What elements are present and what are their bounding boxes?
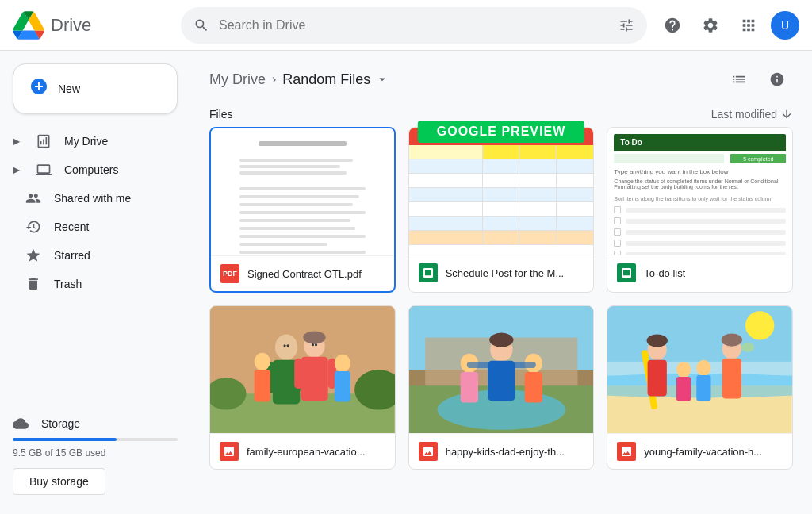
file-card-schedule[interactable]: Schedule Post for the M... [408, 127, 595, 293]
breadcrumb-separator: › [272, 72, 276, 86]
storage-used-text: 9.5 GB of 15 GB used [13, 447, 178, 458]
file-preview-todo: To Do 5 completed Type anything you want… [607, 128, 792, 255]
breadcrumb-parent[interactable]: My Drive [209, 71, 266, 88]
file-card-family[interactable]: family-european-vacatio... [209, 305, 396, 470]
file-card-signed-contract[interactable]: PDF Signed Contract OTL.pdf [209, 127, 396, 293]
breadcrumb-bar: My Drive › Random Files [190, 51, 812, 102]
family-photo-preview [210, 306, 395, 433]
sidebar-item-trash[interactable]: Trash [0, 270, 178, 298]
svg-point-20 [312, 343, 314, 346]
svg-rect-10 [301, 357, 327, 401]
apps-icon [740, 17, 757, 34]
computer-icon [36, 162, 52, 178]
help-icon [664, 17, 681, 34]
search-bar[interactable] [181, 7, 647, 44]
new-button[interactable]: New [13, 63, 178, 114]
storage-label: Storage [41, 417, 80, 430]
sidebar-label-shared: Shared with me [54, 192, 131, 205]
logo-area: Drive [13, 10, 171, 41]
content-area: My Drive › Random Files [190, 51, 812, 514]
file-preview-beach [607, 306, 792, 433]
spreadsheet-preview [409, 128, 594, 255]
svg-rect-17 [335, 371, 350, 401]
plus-icon [29, 77, 48, 101]
avatar[interactable]: U [771, 11, 799, 40]
breadcrumb: My Drive › Random Files [209, 71, 389, 88]
file-card-kids[interactable]: happy-kids-dad-enjoy-th... [408, 305, 595, 470]
preview-banner: GOOGLE PREVIEW [418, 121, 584, 143]
sidebar-item-recent[interactable]: Recent [0, 213, 178, 241]
breadcrumb-current[interactable]: Random Files [282, 71, 389, 88]
svg-point-13 [303, 331, 325, 343]
file-footer-kids: happy-kids-dad-enjoy-th... [409, 433, 594, 469]
people-icon [25, 190, 41, 206]
search-input[interactable] [219, 18, 609, 33]
search-icon [193, 17, 209, 33]
file-card-todo[interactable]: To Do 5 completed Type anything you want… [607, 127, 793, 293]
apps-button[interactable] [733, 10, 764, 41]
svg-point-52 [741, 343, 754, 352]
list-view-button[interactable] [723, 63, 755, 95]
files-section: Files Last modified GOOGLE PREVIEW [190, 102, 812, 514]
svg-point-44 [647, 334, 668, 347]
file-card-beach[interactable]: young-family-vacation-h... [607, 305, 793, 470]
image-type-icon-2 [419, 442, 438, 461]
image-type-icon-3 [617, 442, 636, 461]
kids-photo-preview [409, 306, 594, 433]
svg-rect-35 [502, 362, 535, 368]
svg-point-5 [275, 334, 297, 359]
sidebar-label-starred: Starred [54, 249, 90, 262]
file-footer-family: family-european-vacatio... [210, 433, 395, 469]
new-label: New [58, 82, 80, 95]
sidebar-label-my-drive: My Drive [64, 135, 108, 148]
svg-point-45 [676, 362, 691, 378]
image-icon-3 [620, 445, 633, 458]
gear-icon [702, 17, 719, 34]
image-type-icon-1 [220, 442, 239, 461]
sidebar-item-computers[interactable]: ▶ Computers [0, 155, 178, 184]
svg-point-51 [722, 333, 742, 346]
help-button[interactable] [657, 10, 688, 41]
sheets-type-icon-2 [617, 263, 636, 282]
sliders-icon[interactable] [619, 17, 634, 33]
svg-point-21 [315, 343, 317, 346]
file-footer-schedule: Schedule Post for the M... [409, 255, 594, 290]
cloud-icon [13, 416, 29, 432]
svg-point-29 [489, 332, 513, 347]
svg-rect-48 [697, 375, 711, 401]
sidebar-item-shared-with-me[interactable]: Shared with me [0, 184, 178, 213]
storage-area: Storage 9.5 GB of 15 GB used Buy storage [0, 403, 190, 508]
sidebar-item-my-drive[interactable]: ▶ My Drive [0, 127, 178, 155]
svg-point-19 [287, 344, 289, 347]
file-preview-sheet [409, 128, 594, 255]
section-label: Files [209, 108, 233, 121]
sort-label: Last modified [711, 108, 777, 121]
sidebar-item-starred[interactable]: Starred [0, 241, 178, 270]
image-icon-1 [223, 445, 236, 458]
file-preview-kids [409, 306, 594, 433]
storage-bar-fill [13, 438, 117, 441]
file-name-todo: To-do list [644, 267, 685, 279]
clock-icon [25, 219, 41, 235]
file-preview-pdf [211, 128, 394, 255]
storage-bar [13, 438, 178, 441]
pdf-type-icon: PDF [220, 264, 239, 283]
svg-rect-46 [676, 377, 691, 401]
svg-rect-15 [255, 370, 270, 401]
buy-storage-button[interactable]: Buy storage [13, 468, 105, 495]
header: Drive U [0, 0, 812, 51]
sheets-type-icon-1 [419, 263, 438, 282]
header-icons: U [657, 10, 799, 41]
sort-button[interactable]: Last modified [711, 108, 793, 121]
file-name-family: family-european-vacatio... [247, 446, 366, 458]
file-grid: PDF Signed Contract OTL.pdf [209, 127, 793, 482]
trash-icon [25, 276, 41, 292]
file-name-pdf: Signed Contract OTL.pdf [247, 268, 362, 280]
image-icon-2 [422, 445, 435, 458]
app-name: Drive [51, 15, 91, 36]
file-preview-family [210, 306, 395, 433]
info-icon [769, 71, 785, 87]
settings-button[interactable] [695, 10, 726, 41]
svg-rect-50 [722, 359, 741, 399]
info-button[interactable] [761, 63, 793, 95]
